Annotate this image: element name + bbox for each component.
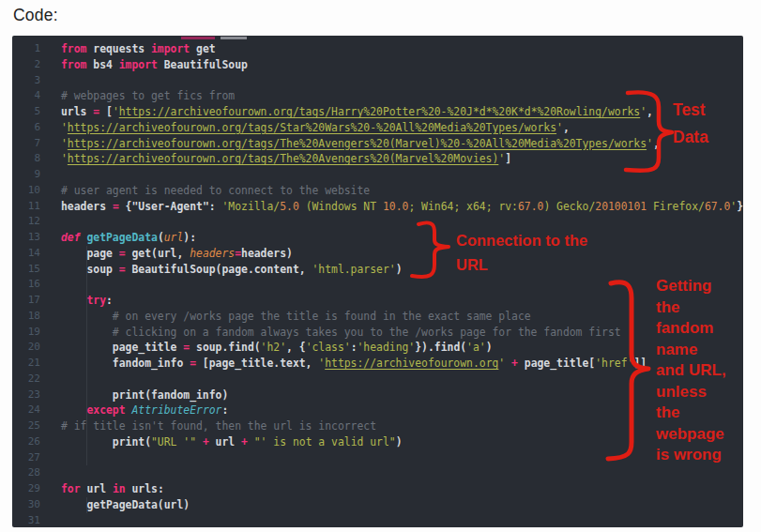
token-w: headers) xyxy=(241,247,293,260)
token-o: + xyxy=(241,435,248,448)
line-number: 21 xyxy=(12,356,40,372)
token-o: + xyxy=(203,435,209,448)
token-c: # if title isn't found, then the url is … xyxy=(61,419,376,433)
token-w xyxy=(196,435,203,448)
annotation-line: the xyxy=(656,403,726,424)
token-w: print(fandom_info) xyxy=(61,388,228,402)
line-number: 24 xyxy=(12,403,40,418)
token-p: url xyxy=(164,231,184,244)
code-editor[interactable]: 1from requests import get2from bs4 impor… xyxy=(12,36,743,527)
token-s: (Windows NT xyxy=(299,200,383,213)
code-line: 24 except AttributeError: xyxy=(12,403,743,418)
code-text: getPageData(url) xyxy=(61,497,190,513)
token-w: get xyxy=(190,42,215,55)
code-text: try: xyxy=(61,293,113,309)
line-number: 23 xyxy=(12,388,40,403)
token-w: fandom_info xyxy=(61,357,190,370)
code-line: 2from bs4 import BeautifulSoup xyxy=(12,57,743,73)
token-s: "URL '" xyxy=(151,435,196,448)
token-s: 'Mozilla/ xyxy=(221,200,280,213)
code-text: except AttributeError: xyxy=(61,403,228,418)
line-number: 31 xyxy=(12,513,40,528)
token-o: = xyxy=(113,200,119,213)
code-text: 'https://archiveofourown.org/tags/Star%2… xyxy=(61,120,570,136)
token-o: + xyxy=(511,357,518,370)
annotation-line: name xyxy=(656,340,726,361)
code-text: from requests import get xyxy=(61,41,216,57)
code-text: print(fandom_info) xyxy=(61,388,228,403)
annotation-line: fandom xyxy=(656,318,726,340)
token-kd: def xyxy=(61,231,81,244)
token-f: getPageData xyxy=(86,231,157,244)
token-w: [ xyxy=(99,105,113,118)
code-line: 16 xyxy=(12,277,743,293)
token-w: urls: xyxy=(126,482,164,495)
line-number: 11 xyxy=(12,199,40,215)
token-w: headers xyxy=(61,200,113,213)
code-text: soup = BeautifulSoup(page.content, 'html… xyxy=(61,262,402,278)
line-number: 8 xyxy=(12,151,40,167)
page: Code: 1from requests import get2from bs4… xyxy=(0,0,761,532)
line-number: 7 xyxy=(12,136,40,152)
line-number: 2 xyxy=(12,57,40,73)
code-line: 7'https://archiveofourown.org/tags/The%2… xyxy=(12,136,743,152)
code-line: 21 fandom_info = [page_title.text, 'http… xyxy=(12,356,743,372)
code-line: 4# webpages to get fics from xyxy=(12,88,743,104)
token-p: headers xyxy=(190,247,235,260)
token-s: 'class' xyxy=(306,341,351,354)
token-u: https://archiveofourown.org xyxy=(325,357,498,370)
token-n: 67.0 xyxy=(705,200,730,213)
token-s: ' xyxy=(61,152,68,165)
token-w xyxy=(61,294,86,307)
code-text: headers = {"User-Agent": 'Mozilla/5.0 (W… xyxy=(61,199,743,215)
code-text: # user agent is needed to connect to the… xyxy=(61,183,370,199)
token-s: ' xyxy=(61,121,68,134)
code-line: 6'https://archiveofourown.org/tags/Star%… xyxy=(12,120,743,136)
token-s: 'a' xyxy=(466,341,486,354)
token-n: 20100101 xyxy=(595,200,647,213)
token-w: [page_title.text, xyxy=(196,357,318,370)
token-s: ' xyxy=(556,121,563,134)
line-number: 10 xyxy=(12,183,40,199)
token-k: except xyxy=(86,403,125,417)
code-line: 30 getPageData(url) xyxy=(12,497,743,513)
token-s: 'h2' xyxy=(261,341,286,354)
code-text: urls = ['https://archiveofourown.org/tag… xyxy=(61,104,653,120)
line-number: 29 xyxy=(12,481,40,497)
code-line: 11headers = {"User-Agent": 'Mozilla/5.0 … xyxy=(12,199,743,215)
line-number: 16 xyxy=(12,277,40,293)
token-w: ) xyxy=(396,435,403,448)
token-e: AttributeError xyxy=(131,403,221,417)
token-w: requests xyxy=(86,42,151,55)
token-n: 67.0 xyxy=(518,200,543,213)
token-w: page_title[ xyxy=(518,357,595,370)
token-s: ' xyxy=(61,137,68,150)
token-w: getPageData(url) xyxy=(61,498,190,511)
code-line: 27 xyxy=(12,450,743,466)
annotation-line: Connection to the xyxy=(456,228,587,252)
token-k: from xyxy=(61,42,86,55)
code-line: 14 page = get(url, headers=headers) xyxy=(12,246,743,262)
token-o: = xyxy=(119,263,126,276)
token-w: url xyxy=(81,482,113,495)
code-text: # on every /works page the title is foun… xyxy=(61,309,531,325)
code-text: page_title = soup.find('h2', {'class':'h… xyxy=(61,340,493,356)
code-line: 8'https://archiveofourown.org/tags/The%2… xyxy=(12,151,743,167)
token-s: 'html.parser' xyxy=(312,263,395,276)
token-w: ) xyxy=(396,263,403,276)
code-text: print("URL '" + url + "' is not a valid … xyxy=(61,434,403,450)
line-number: 4 xyxy=(12,88,40,104)
line-number: 25 xyxy=(12,418,40,434)
clipped-text-fragment xyxy=(221,37,247,39)
line-number: 22 xyxy=(12,372,40,388)
code-text: 'https://archiveofourown.org/tags/The%20… xyxy=(61,151,511,167)
token-w: bs4 xyxy=(86,58,118,71)
annotation-test-data: TestData xyxy=(673,97,708,151)
token-w: soup.find( xyxy=(190,341,260,354)
token-c: # on every /works page the title is foun… xyxy=(61,310,531,323)
token-w: : xyxy=(106,294,113,307)
token-u: https://archiveofourown.org/tags/Star%20… xyxy=(68,121,556,134)
code-line: 18 # on every /works page the title is f… xyxy=(12,309,743,325)
code-line: 1from requests import get xyxy=(12,41,743,57)
token-n: 10.0 xyxy=(383,200,408,213)
